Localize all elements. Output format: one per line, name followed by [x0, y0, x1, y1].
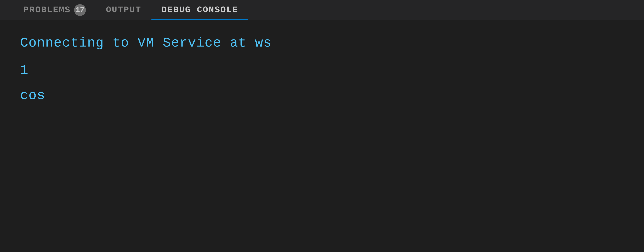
tab-problems-label: PROBLEMS	[24, 5, 71, 15]
panel-container: PROBLEMS 17 OUTPUT DEBUG CONSOLE Connect…	[0, 0, 644, 252]
tab-problems-badge: 17	[74, 4, 86, 16]
console-text-3: cos	[20, 88, 45, 103]
console-line-2: 1	[20, 62, 624, 78]
console-text-2: 1	[20, 62, 28, 78]
console-text-1: Connecting to VM Service at ws	[20, 34, 272, 52]
tab-bar: PROBLEMS 17 OUTPUT DEBUG CONSOLE	[0, 0, 644, 20]
console-line-1: Connecting to VM Service at ws	[20, 34, 624, 52]
console-line-3: cos	[20, 88, 624, 103]
tab-debug-console[interactable]: DEBUG CONSOLE	[152, 0, 248, 20]
content-area: Connecting to VM Service at ws 1 cos	[0, 20, 644, 252]
tab-output-label: OUTPUT	[106, 5, 142, 15]
tab-output[interactable]: OUTPUT	[96, 0, 152, 20]
tab-debug-console-label: DEBUG CONSOLE	[162, 5, 238, 15]
tab-problems[interactable]: PROBLEMS 17	[14, 0, 96, 20]
